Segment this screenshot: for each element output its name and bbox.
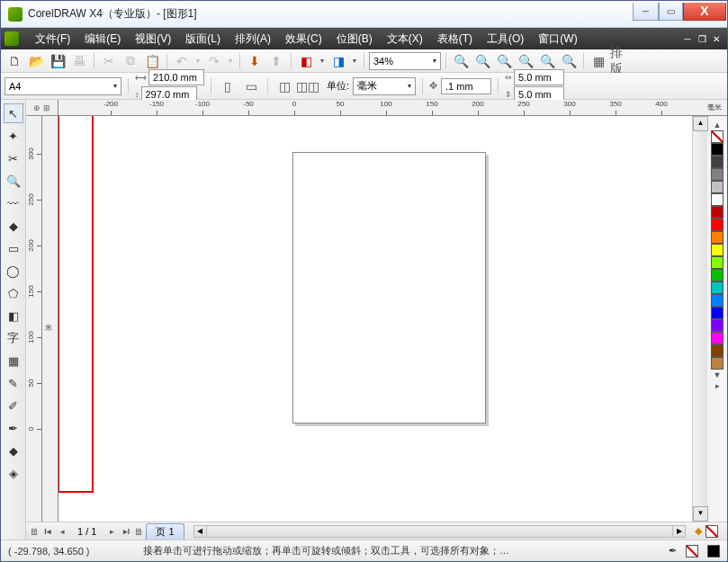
scroll-right-icon[interactable]: ▶ [672,526,685,537]
ruler-origin[interactable]: ⊕ ⊞ [26,100,58,116]
swatch[interactable] [711,332,724,344]
swatch[interactable] [711,281,724,294]
swatch[interactable] [711,181,724,193]
dup-x-input[interactable]: 5.0 mm [514,69,564,85]
zoom-in-icon[interactable]: 🔍 [451,51,471,71]
menu-effects[interactable]: 效果(C) [278,31,329,47]
pages-diff-button[interactable]: ◫◫ [298,76,318,96]
mdi-restore-icon[interactable]: ❐ [696,34,708,44]
swatch[interactable] [711,269,724,281]
swatch[interactable] [711,143,724,156]
palette-down-icon[interactable]: ▼ [714,370,722,379]
paste-button[interactable]: 📋 [142,51,162,71]
menu-tools[interactable]: 工具(O) [480,31,531,47]
zoom-fit-icon[interactable]: 🔍 [494,51,514,71]
outline-tool[interactable]: ✒ [4,418,23,438]
swatch[interactable] [711,319,724,332]
table-tool[interactable]: ▦ [4,351,23,370]
undo-button[interactable]: ↶ [172,51,192,71]
zoom-width-icon[interactable]: 🔍 [537,51,557,71]
scroll-up-icon[interactable]: ▲ [693,116,708,131]
swatch[interactable] [711,168,724,181]
swatch[interactable] [711,244,724,256]
paper-size-dropdown[interactable]: A4▾ [4,77,121,95]
zoom-out-icon[interactable]: 🔍 [472,51,492,71]
shape-tool[interactable]: ✦ [4,126,23,146]
swatch[interactable] [711,294,724,307]
no-fill-indicator[interactable] [706,525,718,538]
fill-tool[interactable]: ◆ [4,441,23,460]
swatch[interactable] [711,193,724,206]
menu-window[interactable]: 窗口(W) [531,31,584,47]
menu-bitmaps[interactable]: 位图(B) [329,31,380,47]
document-icon[interactable] [4,31,19,46]
prev-page-button[interactable]: ◂ [56,527,68,536]
swatch-none[interactable] [711,130,724,143]
text-tool[interactable]: 字 [4,328,23,348]
app-launcher-button[interactable]: ◧ [296,51,316,71]
crop-tool[interactable]: ✂ [4,148,23,168]
vertical-ruler[interactable]: 300250200150100500 [26,116,42,522]
scroll-left-icon[interactable]: ◀ [194,526,207,537]
open-button[interactable]: 📂 [26,51,46,71]
drawing-viewport[interactable] [58,116,692,522]
welcome-dropdown-icon[interactable]: ▾ [350,51,359,71]
nudge-input[interactable]: .1 mm [441,78,491,94]
unit-dropdown[interactable]: 毫米▾ [353,77,416,95]
pages-same-button[interactable]: ◫ [274,76,294,96]
typeset-button[interactable]: 排版 [610,51,630,71]
vertical-scrollbar[interactable]: ▲ ▼ [692,116,707,522]
fill-tool-icon[interactable]: ✒ [669,545,677,557]
page-width-input[interactable]: 210.0 mm [148,69,204,85]
close-button[interactable]: X [683,3,726,21]
last-page-button[interactable]: ▸I [120,527,132,536]
mdi-close-icon[interactable]: ✕ [710,34,723,44]
swatch[interactable] [711,307,724,319]
swatch[interactable] [711,344,724,357]
swatch[interactable] [711,156,724,168]
menu-layout[interactable]: 版面(L) [178,31,228,47]
interactive-tool[interactable]: ✎ [4,373,23,393]
undo-dropdown-icon[interactable]: ▾ [193,51,202,71]
menu-arrange[interactable]: 排列(A) [228,31,278,47]
page-tab-1[interactable]: 页 1 [146,523,184,540]
zoom-tool[interactable]: 🔍 [4,171,23,191]
pick-tool[interactable]: ↖ [4,103,23,123]
import-button[interactable]: ⬇ [245,51,265,71]
redo-button[interactable]: ↷ [204,51,224,71]
add-page-icon[interactable]: 🗎 [30,526,40,537]
maximize-button[interactable]: ▭ [659,3,683,21]
menu-edit[interactable]: 编辑(E) [77,31,128,47]
mdi-minimize-icon[interactable]: ─ [681,34,694,44]
current-outline-swatch[interactable] [707,545,720,558]
swatch[interactable] [711,357,724,370]
menu-table[interactable]: 表格(T) [430,31,480,47]
freehand-tool[interactable]: 〰 [4,193,23,213]
zoom-page-icon[interactable]: 🔍 [516,51,535,71]
horizontal-ruler[interactable]: -200-150-100-50050100150200250300350400 [58,100,702,116]
horizontal-scrollbar[interactable]: ◀ ▶ [193,525,686,538]
zoom-level-dropdown[interactable]: 34%▾ [369,52,441,70]
swatch[interactable] [711,219,724,231]
welcome-button[interactable]: ◨ [328,51,348,71]
swatch[interactable] [711,231,724,244]
snap-button[interactable]: ▦ [589,51,608,71]
ellipse-tool[interactable]: ◯ [4,261,23,281]
print-button[interactable]: 🖶 [69,51,89,71]
export-button[interactable]: ⬆ [266,51,286,71]
menu-text[interactable]: 文本(X) [380,31,430,47]
copy-button[interactable]: ⧉ [121,51,140,71]
zoom-height-icon[interactable]: 🔍 [559,51,579,71]
new-button[interactable]: 🗋 [4,51,24,71]
portrait-button[interactable]: ▯ [218,76,238,96]
launcher-dropdown-icon[interactable]: ▾ [318,51,327,71]
minimize-button[interactable]: ─ [633,3,659,21]
first-page-button[interactable]: I◂ [41,527,54,536]
save-button[interactable]: 💾 [48,51,67,71]
current-fill-swatch[interactable] [686,545,698,558]
menu-view[interactable]: 视图(V) [128,31,178,47]
add-page-after-icon[interactable]: 🗎 [134,526,144,537]
rectangle-tool[interactable]: ▭ [4,238,23,258]
interactive-fill-tool[interactable]: ◈ [4,463,23,483]
next-page-button[interactable]: ▸ [105,527,118,536]
